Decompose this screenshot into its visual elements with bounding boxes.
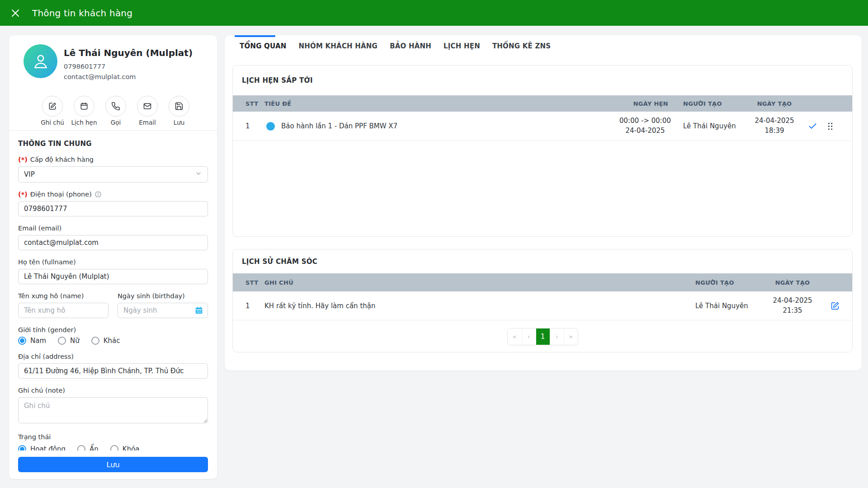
customer-panel: Lê Thái Nguyên (Mulplat) 0798601777 cont… [9,35,217,479]
tab-bar: TỔNG QUAN NHÓM KHÁCH HÀNG BẢO HÀNH LỊCH … [225,35,862,57]
note-label: Ghi chú (note) [18,387,208,394]
appointment-created-date: 24-04-2025 [752,116,797,126]
tab-thong-ke-zns[interactable]: THỐNG KÊ ZNS [492,42,551,50]
care-history-title: LỊCH SỬ CHĂM SÓC [233,249,852,273]
birthday-label: Ngày sinh (birthday) [118,292,208,300]
status-radio-group: Hoạt động Ẩn Khóa [18,445,208,450]
customer-form: THÔNG TIN CHUNG (*) Cấp độ khách hàng VI… [9,131,217,453]
pagination: « ‹ 1 › » [507,328,578,345]
gender-radio-group: Nam Nữ Khác [18,337,208,345]
edit-note-icon[interactable] [830,301,840,311]
pagination-prev-button[interactable]: ‹ [522,328,536,345]
detail-panel: TỔNG QUAN NHÓM KHÁCH HÀNG BẢO HÀNH LỊCH … [225,35,862,371]
save-button[interactable]: Lưu [18,457,208,472]
address-label: Địa chỉ (address) [18,353,208,360]
appointment-created-time: 18:39 [752,126,797,136]
care-note: KH rất kỹ tính. Hãy làm cẩn thận [264,302,695,310]
status-dot [266,122,275,131]
pagination-page-1[interactable]: 1 [536,328,550,345]
phone-icon [105,96,126,117]
status-radio-khoa[interactable]: Khóa [110,445,140,450]
tab-bao-hanh[interactable]: BẢO HÀNH [390,42,431,50]
nickname-label: Tên xưng hô (name) [18,292,108,300]
status-label: Trạng thái [18,433,208,441]
level-select[interactable]: VIP [18,166,208,183]
email-label: Email (email) [18,225,208,232]
envelope-icon [137,96,158,117]
profile-summary: Lê Thái Nguyên (Mulplat) 0798601777 cont… [9,35,217,130]
appointment-creator: Lê Thái Nguyên [677,122,752,130]
fullname-label: Họ tên (fullname) [18,258,208,266]
complete-check-icon[interactable] [808,122,817,131]
customer-name: Lê Thái Nguyên (Mulplat) [64,47,193,58]
avatar [24,44,57,78]
pagination-first-button[interactable]: « [508,328,522,345]
chevron-down-icon [195,170,202,179]
care-created-time: 21:35 [763,306,822,316]
nickname-field[interactable] [18,303,108,318]
status-radio-hoat-dong[interactable]: Hoạt động [18,445,66,450]
gender-radio-nam[interactable]: Nam [18,337,46,345]
appointment-action-button[interactable]: Lịch hẹn [71,96,97,126]
save-action-button[interactable]: Lưu [166,96,192,126]
tab-tong-quan[interactable]: TỔNG QUAN [240,42,287,50]
gender-radio-nu[interactable]: Nữ [58,337,80,345]
appointments-card: LỊCH HẸN SẮP TỚI STT TIÊU ĐỀ NGÀY HẸN NG… [232,65,853,237]
drag-handle-icon[interactable] [826,122,834,131]
gender-label: Giới tính (gender) [18,326,208,333]
note-action-button[interactable]: Ghi chú [39,96,66,126]
email-action-button[interactable]: Email [134,96,160,126]
care-creator: Lê Thái Nguyên [695,302,763,310]
care-created-date: 24-04-2025 [763,296,822,306]
appointments-table-header: STT TIÊU ĐỀ NGÀY HẸN NGƯỜI TẠO NGÀY TẠO [233,95,852,112]
page-title: Thông tin khách hàng [32,8,132,19]
pagination-last-button[interactable]: » [564,328,578,345]
pagination-next-button[interactable]: › [550,328,564,345]
call-action-button[interactable]: Gọi [103,96,129,126]
tab-lich-hen[interactable]: LỊCH HẸN [443,42,480,50]
section-title: THÔNG TIN CHUNG [18,140,208,148]
appointment-row[interactable]: 1 Bảo hành lần 1 - Dán PPF BMW X7 00:00 … [233,112,852,141]
appointment-date: 24-04-2025 [619,126,671,136]
note-edit-icon [42,96,63,117]
close-icon[interactable] [9,7,22,19]
email-field[interactable] [18,235,208,250]
appointments-title: LỊCH HẸN SẮP TỚI [233,66,852,95]
address-field[interactable] [18,363,208,379]
customer-phone: 0798601777 [64,61,193,72]
datepicker-calendar-icon[interactable] [194,305,204,317]
care-history-row[interactable]: 1 KH rất kỹ tính. Hãy làm cẩn thận Lê Th… [233,291,852,320]
save-icon [169,96,189,117]
care-history-card: LỊCH SỬ CHĂM SÓC STT GHI CHÚ NGƯỜI TẠO N… [232,249,853,352]
gender-radio-khac[interactable]: Khác [91,337,120,345]
phone-label: (*) Điện thoại (phone) [18,191,208,198]
info-icon [94,191,102,198]
calendar-icon [74,96,94,117]
app-header: Thông tin khách hàng [0,0,868,26]
level-label: (*) Cấp độ khách hàng [18,156,208,163]
customer-email: contact@mulplat.com [64,72,193,82]
appointment-title: Bảo hành lần 1 - Dán PPF BMW X7 [281,122,397,130]
active-tab-indicator [235,35,275,37]
note-field[interactable] [18,397,208,423]
phone-field[interactable] [18,201,208,216]
status-radio-an[interactable]: Ẩn [77,445,99,450]
care-history-table-header: STT GHI CHÚ NGƯỜI TẠO NGÀY TẠO [233,273,852,291]
tab-nhom-khach-hang[interactable]: NHÓM KHÁCH HÀNG [299,42,378,50]
appointment-time: 00:00 -> 00:00 [619,116,671,126]
fullname-field[interactable] [18,269,208,284]
